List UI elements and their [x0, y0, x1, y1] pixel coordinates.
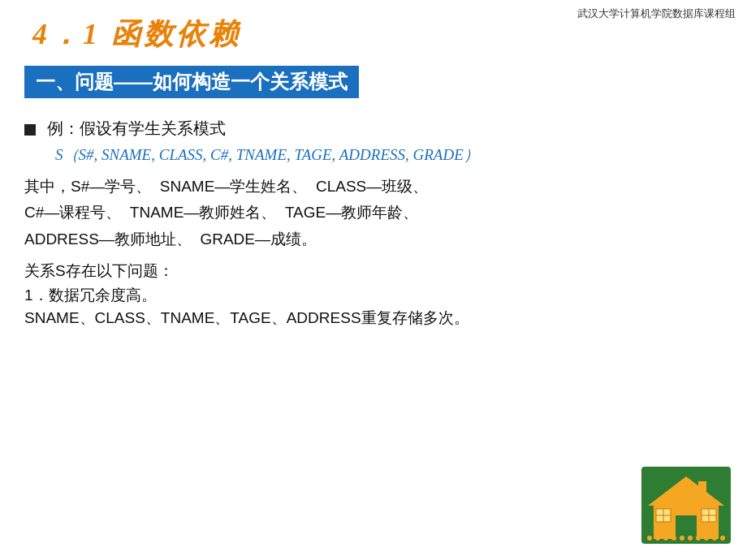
example-intro: 例：假设有学生关系模式	[47, 118, 226, 140]
bullet-icon	[24, 124, 36, 136]
svg-point-15	[680, 536, 684, 541]
svg-rect-10	[698, 481, 706, 498]
problem1-title: 1．数据冗余度高。	[24, 285, 723, 306]
svg-point-14	[671, 536, 676, 541]
problem1-detail: SNAME、CLASS、TNAME、TAGE、ADDRESS重复存储多次。	[24, 308, 723, 329]
svg-point-20	[720, 536, 725, 541]
svg-point-13	[663, 536, 668, 541]
watermark: 武汉大学计算机学院数据库课程组	[577, 6, 736, 21]
svg-point-12	[655, 536, 660, 541]
description-block: 其中，S#—学号、 SNAME—学生姓名、 CLASS—班级、 C#—课程号、 …	[24, 174, 723, 252]
svg-point-16	[688, 536, 693, 541]
svg-rect-3	[676, 515, 697, 540]
svg-point-18	[704, 536, 709, 541]
problems-title: 关系S存在以下问题：	[24, 261, 723, 282]
svg-point-19	[712, 536, 717, 541]
svg-point-17	[696, 536, 701, 541]
house-icon	[641, 467, 731, 544]
schema-line: S（S#, SNAME, CLASS, C#, TNAME, TAGE, ADD…	[55, 144, 723, 166]
svg-point-11	[647, 536, 652, 541]
section-heading: 一、问题——如何构造一个关系模式	[24, 66, 359, 98]
